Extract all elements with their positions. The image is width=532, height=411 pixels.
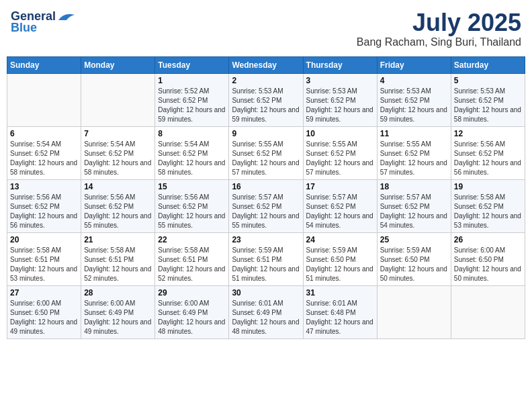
day-number: 30	[232, 288, 300, 298]
col-thursday: Thursday	[303, 56, 377, 73]
day-number: 15	[158, 182, 226, 191]
daylight-text: Daylight: 12 hours and 53 minutes.	[454, 212, 522, 230]
daylight-text: Daylight: 12 hours and 52 minutes.	[158, 265, 226, 283]
daylight-text: Daylight: 12 hours and 49 minutes.	[10, 318, 78, 336]
sunrise-text: Sunrise: 5:54 AM	[10, 140, 78, 149]
sunrise-text: Sunrise: 6:01 AM	[306, 299, 374, 308]
sunrise-text: Sunrise: 5:57 AM	[232, 193, 300, 202]
table-row: 3Sunrise: 5:53 AMSunset: 6:52 PMDaylight…	[303, 73, 377, 126]
sunset-text: Sunset: 6:52 PM	[232, 149, 300, 158]
daylight-text: Daylight: 12 hours and 47 minutes.	[306, 318, 374, 336]
sunrise-text: Sunrise: 5:55 AM	[306, 140, 374, 149]
day-info: Sunrise: 5:55 AMSunset: 6:52 PMDaylight:…	[306, 140, 374, 177]
day-number: 26	[454, 235, 522, 244]
day-info: Sunrise: 5:57 AMSunset: 6:52 PMDaylight:…	[232, 193, 300, 230]
col-saturday: Saturday	[451, 56, 525, 73]
day-number: 9	[232, 129, 300, 138]
table-row	[377, 285, 451, 338]
table-row: 28Sunrise: 6:00 AMSunset: 6:49 PMDayligh…	[81, 285, 155, 338]
sunrise-text: Sunrise: 5:58 AM	[454, 193, 522, 202]
table-row: 11Sunrise: 5:55 AMSunset: 6:52 PMDayligh…	[377, 126, 451, 179]
sunrise-text: Sunrise: 6:00 AM	[158, 299, 226, 308]
sunrise-text: Sunrise: 5:58 AM	[10, 246, 78, 255]
sunset-text: Sunset: 6:51 PM	[10, 255, 78, 265]
day-info: Sunrise: 5:58 AMSunset: 6:51 PMDaylight:…	[84, 246, 152, 283]
table-row	[7, 73, 81, 126]
day-number: 28	[84, 288, 152, 298]
logo: General Blue	[11, 9, 76, 35]
calendar-table: Sunday Monday Tuesday Wednesday Thursday…	[7, 56, 525, 339]
sunset-text: Sunset: 6:52 PM	[232, 96, 300, 105]
table-row	[451, 285, 525, 338]
daylight-text: Daylight: 12 hours and 58 minutes.	[158, 158, 226, 177]
sunset-text: Sunset: 6:50 PM	[306, 255, 374, 265]
sunrise-text: Sunrise: 5:53 AM	[454, 87, 522, 96]
sunrise-text: Sunrise: 5:54 AM	[158, 140, 226, 149]
day-number: 29	[158, 288, 226, 298]
daylight-text: Daylight: 12 hours and 53 minutes.	[10, 265, 78, 283]
sunrise-text: Sunrise: 5:56 AM	[10, 193, 78, 202]
col-sunday: Sunday	[7, 56, 81, 73]
table-row: 31Sunrise: 6:01 AMSunset: 6:48 PMDayligh…	[303, 285, 377, 338]
day-info: Sunrise: 5:54 AMSunset: 6:52 PMDaylight:…	[158, 140, 226, 177]
day-info: Sunrise: 6:01 AMSunset: 6:48 PMDaylight:…	[306, 299, 374, 336]
day-number: 31	[306, 288, 374, 298]
daylight-text: Daylight: 12 hours and 49 minutes.	[84, 318, 152, 336]
table-row: 7Sunrise: 5:54 AMSunset: 6:52 PMDaylight…	[81, 126, 155, 179]
sunset-text: Sunset: 6:49 PM	[232, 308, 300, 318]
day-number: 20	[10, 235, 78, 244]
col-monday: Monday	[81, 56, 155, 73]
sunset-text: Sunset: 6:52 PM	[10, 149, 78, 158]
daylight-text: Daylight: 12 hours and 59 minutes.	[380, 105, 448, 124]
day-info: Sunrise: 6:00 AMSunset: 6:50 PMDaylight:…	[10, 299, 78, 336]
day-info: Sunrise: 5:55 AMSunset: 6:52 PMDaylight:…	[380, 140, 448, 177]
day-number: 12	[454, 129, 522, 138]
sunset-text: Sunset: 6:50 PM	[380, 255, 448, 265]
day-info: Sunrise: 5:56 AMSunset: 6:52 PMDaylight:…	[10, 193, 78, 230]
day-info: Sunrise: 5:59 AMSunset: 6:50 PMDaylight:…	[380, 246, 448, 283]
daylight-text: Daylight: 12 hours and 59 minutes.	[232, 105, 300, 124]
logo-wing-icon	[57, 11, 76, 23]
sunrise-text: Sunrise: 5:59 AM	[232, 246, 300, 255]
calendar-header-row: Sunday Monday Tuesday Wednesday Thursday…	[7, 56, 525, 73]
calendar-week-5: 27Sunrise: 6:00 AMSunset: 6:50 PMDayligh…	[7, 285, 525, 338]
sunrise-text: Sunrise: 6:00 AM	[454, 246, 522, 255]
daylight-text: Daylight: 12 hours and 55 minutes.	[232, 212, 300, 230]
table-row: 20Sunrise: 5:58 AMSunset: 6:51 PMDayligh…	[7, 232, 81, 285]
day-info: Sunrise: 5:54 AMSunset: 6:52 PMDaylight:…	[10, 140, 78, 177]
day-info: Sunrise: 5:52 AMSunset: 6:52 PMDaylight:…	[158, 87, 226, 124]
sunset-text: Sunset: 6:48 PM	[306, 308, 374, 318]
day-info: Sunrise: 5:56 AMSunset: 6:52 PMDaylight:…	[158, 193, 226, 230]
day-number: 4	[380, 76, 448, 85]
sunset-text: Sunset: 6:50 PM	[10, 308, 78, 318]
sunset-text: Sunset: 6:51 PM	[158, 255, 226, 265]
daylight-text: Daylight: 12 hours and 54 minutes.	[380, 212, 448, 230]
day-number: 22	[158, 235, 226, 244]
daylight-text: Daylight: 12 hours and 57 minutes.	[306, 158, 374, 177]
sunset-text: Sunset: 6:52 PM	[454, 149, 522, 158]
day-info: Sunrise: 5:53 AMSunset: 6:52 PMDaylight:…	[306, 87, 374, 124]
day-info: Sunrise: 5:56 AMSunset: 6:52 PMDaylight:…	[84, 193, 152, 230]
day-info: Sunrise: 5:53 AMSunset: 6:52 PMDaylight:…	[232, 87, 300, 124]
day-number: 19	[454, 182, 522, 191]
day-number: 5	[454, 76, 522, 85]
daylight-text: Daylight: 12 hours and 51 minutes.	[306, 265, 374, 283]
daylight-text: Daylight: 12 hours and 56 minutes.	[454, 158, 522, 177]
sunset-text: Sunset: 6:52 PM	[306, 202, 374, 212]
page-header: General Blue July 2025 Bang Racham, Sing…	[7, 7, 525, 51]
day-number: 3	[306, 76, 374, 85]
day-info: Sunrise: 6:01 AMSunset: 6:49 PMDaylight:…	[232, 299, 300, 336]
day-number: 24	[306, 235, 374, 244]
day-number: 14	[84, 182, 152, 191]
month-title: July 2025	[357, 9, 521, 36]
sunset-text: Sunset: 6:50 PM	[454, 255, 522, 265]
day-number: 11	[380, 129, 448, 138]
table-row: 8Sunrise: 5:54 AMSunset: 6:52 PMDaylight…	[155, 126, 229, 179]
sunrise-text: Sunrise: 5:59 AM	[306, 246, 374, 255]
sunrise-text: Sunrise: 5:57 AM	[380, 193, 448, 202]
table-row: 17Sunrise: 5:57 AMSunset: 6:52 PMDayligh…	[303, 179, 377, 232]
day-info: Sunrise: 6:00 AMSunset: 6:49 PMDaylight:…	[84, 299, 152, 336]
location-title: Bang Racham, Sing Buri, Thailand	[357, 36, 521, 48]
day-number: 27	[10, 288, 78, 298]
sunrise-text: Sunrise: 5:53 AM	[232, 87, 300, 96]
